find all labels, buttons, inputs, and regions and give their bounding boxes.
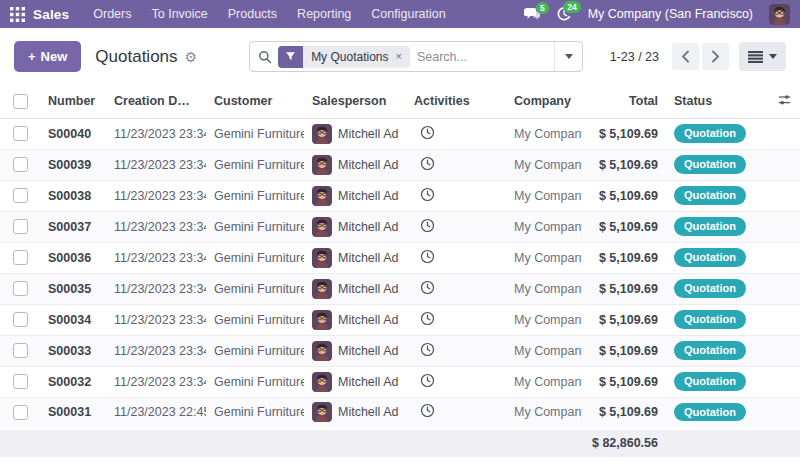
table-row[interactable]: S00036 11/23/2023 23:34:0 Gemini Furnitu… <box>0 242 800 273</box>
search-facet[interactable]: My Quotations × <box>278 46 410 68</box>
activity-clock-icon[interactable] <box>420 280 435 295</box>
salesperson-name: Mitchell Ad… <box>338 158 398 172</box>
view-switcher-button[interactable] <box>739 42 786 71</box>
search-dropdown-toggle[interactable] <box>554 42 582 71</box>
row-checkbox[interactable] <box>13 312 28 327</box>
chevron-down-icon <box>769 54 777 59</box>
customer-name: Gemini Furniture <box>206 273 304 304</box>
user-avatar[interactable] <box>769 4 790 25</box>
status-badge: Quotation <box>674 217 746 235</box>
view-settings-gear-icon[interactable]: ⚙ <box>185 49 198 65</box>
table-row[interactable]: S00034 11/23/2023 23:34:0 Gemini Furnitu… <box>0 304 800 335</box>
salesperson-avatar <box>312 155 332 175</box>
salesperson-avatar <box>312 124 332 144</box>
creation-date: 11/23/2023 23:34:0 <box>106 304 206 335</box>
quotation-number[interactable]: S00032 <box>40 366 106 397</box>
quotation-number[interactable]: S00036 <box>40 242 106 273</box>
new-button[interactable]: + New <box>14 41 81 72</box>
status-badge: Quotation <box>674 186 746 204</box>
table-row[interactable]: S00038 11/23/2023 23:34:1 Gemini Furnitu… <box>0 180 800 211</box>
total-amount: $ 5,109.69 <box>582 304 666 335</box>
table-row[interactable]: S00031 11/23/2023 22:45:4 Gemini Furnitu… <box>0 397 800 428</box>
apps-grid-icon[interactable] <box>10 7 25 22</box>
menu-products[interactable]: Products <box>218 0 287 28</box>
table-row[interactable]: S00039 11/23/2023 23:34:1 Gemini Furnitu… <box>0 149 800 180</box>
quotation-number[interactable]: S00039 <box>40 149 106 180</box>
salesperson-name: Mitchell Ad… <box>338 344 398 358</box>
column-header-activities[interactable]: Activities <box>406 85 506 118</box>
column-header-total[interactable]: Total <box>582 85 666 118</box>
status-cell: Quotation <box>666 149 756 180</box>
customer-name: Gemini Furniture <box>206 211 304 242</box>
column-header-company[interactable]: Company <box>506 85 582 118</box>
column-header-creation-date[interactable]: Creation D… <box>106 85 206 118</box>
activity-clock-icon[interactable] <box>420 187 435 202</box>
activity-clock-icon[interactable] <box>420 373 435 388</box>
row-checkbox[interactable] <box>13 219 28 234</box>
row-select-cell <box>0 242 40 273</box>
activities-icon[interactable]: 24 <box>556 6 572 22</box>
pager-next-button[interactable] <box>702 43 729 70</box>
row-checkbox[interactable] <box>13 281 28 296</box>
quotation-number[interactable]: S00038 <box>40 180 106 211</box>
customer-name: Gemini Furniture <box>206 397 304 428</box>
table-row[interactable]: S00037 11/23/2023 23:34:0 Gemini Furnitu… <box>0 211 800 242</box>
activity-clock-icon[interactable] <box>420 125 435 140</box>
row-end-spacer <box>756 180 800 211</box>
row-checkbox[interactable] <box>13 405 28 420</box>
table-row[interactable]: S00035 11/23/2023 23:34:0 Gemini Furnitu… <box>0 273 800 304</box>
quotation-number[interactable]: S00037 <box>40 211 106 242</box>
table-row[interactable]: S00033 11/23/2023 23:34:0 Gemini Furnitu… <box>0 335 800 366</box>
row-checkbox[interactable] <box>13 250 28 265</box>
search-icon <box>258 50 272 64</box>
menu-reporting[interactable]: Reporting <box>287 0 361 28</box>
menu-to-invoice[interactable]: To Invoice <box>141 0 217 28</box>
pager-previous-button[interactable] <box>672 43 699 70</box>
control-panel: + New Quotations ⚙ My Quotations × 1-23 … <box>0 28 800 85</box>
column-header-salesperson[interactable]: Salesperson <box>304 85 406 118</box>
table-row[interactable]: S00040 11/23/2023 23:34:1 Gemini Furnitu… <box>0 118 800 149</box>
row-checkbox[interactable] <box>13 188 28 203</box>
search-bar[interactable]: My Quotations × <box>249 41 583 72</box>
activity-clock-icon[interactable] <box>420 342 435 357</box>
column-header-customer[interactable]: Customer <box>206 85 304 118</box>
activity-clock-icon[interactable] <box>420 156 435 171</box>
plus-icon: + <box>28 49 36 64</box>
salesperson-cell: Mitchell Ad… <box>304 180 406 211</box>
row-end-spacer <box>756 211 800 242</box>
activity-clock-icon[interactable] <box>420 311 435 326</box>
quotation-number[interactable]: S00035 <box>40 273 106 304</box>
quotation-number[interactable]: S00040 <box>40 118 106 149</box>
current-company[interactable]: My Company (San Francisco) <box>588 7 753 21</box>
creation-date: 11/23/2023 23:34:0 <box>106 335 206 366</box>
quotation-number[interactable]: S00034 <box>40 304 106 335</box>
activity-clock-icon[interactable] <box>420 218 435 233</box>
total-amount: $ 5,109.69 <box>582 242 666 273</box>
filter-icon <box>278 46 303 68</box>
remove-facet-icon[interactable]: × <box>396 51 402 62</box>
row-checkbox[interactable] <box>13 157 28 172</box>
column-header-status[interactable]: Status <box>666 85 756 118</box>
salesperson-cell: Mitchell Ad… <box>304 335 406 366</box>
row-checkbox[interactable] <box>13 343 28 358</box>
menu-orders[interactable]: Orders <box>83 0 141 28</box>
quotation-number[interactable]: S00031 <box>40 397 106 428</box>
row-checkbox[interactable] <box>13 374 28 389</box>
activity-clock-icon[interactable] <box>420 249 435 264</box>
column-header-number[interactable]: Number <box>40 85 106 118</box>
list-view-icon <box>748 51 763 63</box>
company-name: My Company (S… <box>506 273 582 304</box>
pager-range[interactable]: 1-23 / 23 <box>610 50 659 64</box>
messages-icon[interactable]: 5 <box>524 7 540 21</box>
quotation-number[interactable]: S00033 <box>40 335 106 366</box>
table-row[interactable]: S00032 11/23/2023 23:34:0 Gemini Furnitu… <box>0 366 800 397</box>
app-name[interactable]: Sales <box>33 7 69 22</box>
search-input[interactable] <box>410 50 554 64</box>
optional-columns-icon[interactable] <box>777 93 792 107</box>
row-checkbox[interactable] <box>13 126 28 141</box>
salesperson-name: Mitchell Ad… <box>338 220 398 234</box>
activity-clock-icon[interactable] <box>420 403 435 418</box>
row-end-spacer <box>756 397 800 428</box>
menu-configuration[interactable]: Configuration <box>361 0 455 28</box>
select-all-checkbox[interactable] <box>13 94 28 109</box>
